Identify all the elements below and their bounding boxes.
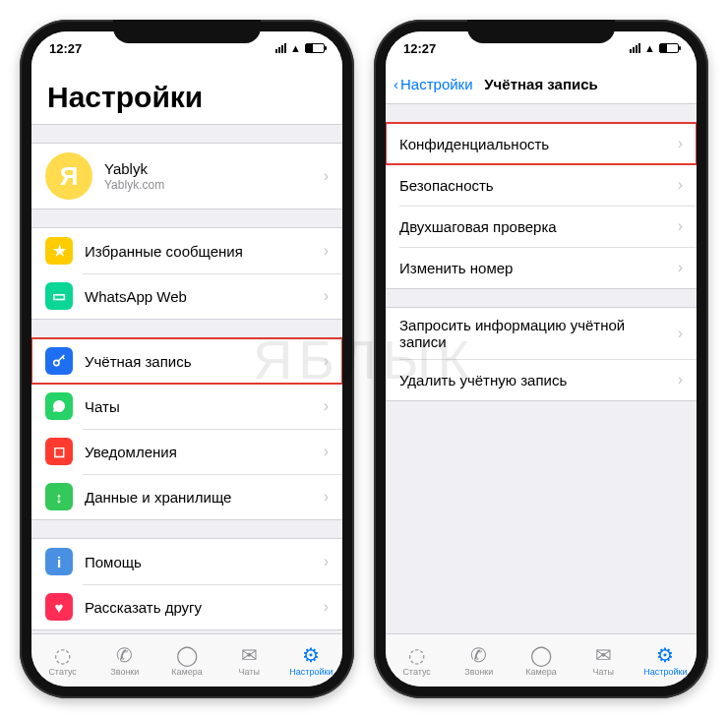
chat-icon (45, 392, 73, 420)
svg-point-0 (54, 360, 59, 365)
battery-icon (659, 43, 679, 53)
camera-icon: ◯ (176, 645, 198, 665)
row-change-number[interactable]: Изменить номер › (386, 247, 697, 288)
nav-title: Учётная запись (484, 76, 598, 92)
bell-icon: ◻ (45, 438, 73, 465)
notch (113, 20, 261, 43)
status-icons: ▲ (630, 42, 679, 54)
gear-icon: ⚙ (302, 645, 320, 665)
profile-name: Yablyk (104, 160, 312, 177)
key-icon (45, 347, 73, 375)
group-a1: Конфиденциальность › Безопасность › Двух… (386, 122, 697, 289)
chevron-right-icon: › (324, 287, 329, 305)
chevron-right-icon: › (678, 259, 683, 276)
gear-icon: ⚙ (656, 645, 674, 665)
heart-icon: ♥ (45, 593, 73, 621)
tab-camera[interactable]: ◯Камера (510, 634, 572, 687)
chevron-right-icon: › (678, 325, 683, 342)
chevron-right-icon: › (678, 135, 683, 152)
row-data[interactable]: ↕ Данные и хранилище › (31, 474, 342, 519)
status-time: 12:27 (49, 41, 82, 56)
chevron-right-icon: › (324, 443, 329, 460)
status-icons: ▲ (275, 42, 325, 54)
row-privacy[interactable]: Конфиденциальность › (386, 123, 697, 164)
chevron-right-icon: › (324, 167, 329, 185)
phone-left: 12:27 ▲ Настройки Я Yablyk Yablyk.com (20, 20, 354, 698)
chevron-right-icon: › (678, 371, 683, 388)
row-chats[interactable]: Чаты › (31, 384, 342, 429)
row-help[interactable]: i Помощь › (31, 539, 342, 584)
group-profile: Я Yablyk Yablyk.com › (31, 143, 342, 209)
phone-icon: ✆ (470, 645, 487, 665)
star-icon: ★ (45, 237, 73, 265)
notch (467, 20, 615, 43)
tab-chats[interactable]: ✉Чаты (218, 634, 280, 687)
tab-bar: ◌Статус ✆Звонки ◯Камера ✉Чаты ⚙Настройки (386, 633, 697, 687)
row-security[interactable]: Безопасность › (386, 164, 697, 206)
account-content[interactable]: Конфиденциальность › Безопасность › Двух… (386, 104, 697, 633)
row-notifications[interactable]: ◻ Уведомления › (31, 429, 342, 474)
chevron-right-icon: › (324, 553, 329, 570)
chevron-right-icon: › (324, 488, 329, 506)
row-tell-friend[interactable]: ♥ Рассказать другу › (31, 584, 342, 629)
camera-icon: ◯ (530, 645, 552, 665)
row-starred[interactable]: ★ Избранные сообщения › (31, 228, 342, 273)
row-request-info[interactable]: Запросить информацию учётной записи › (386, 308, 697, 359)
nav-bar: ‹ Настройки Учётная запись (386, 65, 697, 104)
signal-icon (630, 43, 640, 53)
tab-camera[interactable]: ◯Камера (155, 634, 217, 687)
tab-bar: ◌Статус ✆Звонки ◯Камера ✉Чаты ⚙Настройки (31, 633, 342, 687)
tab-status[interactable]: ◌Статус (31, 634, 93, 687)
group-a2: Запросить информацию учётной записи › Уд… (386, 307, 697, 401)
group-3: i Помощь › ♥ Рассказать другу › (31, 538, 342, 630)
desktop-icon: ▭ (45, 282, 73, 310)
wifi-icon: ▲ (644, 42, 655, 54)
group-1: ★ Избранные сообщения › ▭ WhatsApp Web › (31, 227, 342, 320)
tab-settings[interactable]: ⚙Настройки (635, 634, 697, 687)
group-2: Учётная запись › Чаты › ◻ Уведомления › (31, 337, 342, 520)
chevron-right-icon: › (324, 352, 329, 370)
status-icon: ◌ (54, 645, 71, 665)
chevron-right-icon: › (678, 217, 683, 235)
arrows-icon: ↕ (45, 483, 73, 510)
avatar: Я (45, 152, 92, 200)
row-twostep[interactable]: Двухшаговая проверка › (386, 206, 697, 247)
chats-icon: ✉ (595, 645, 612, 665)
chevron-right-icon: › (324, 242, 329, 260)
tab-settings[interactable]: ⚙Настройки (280, 634, 342, 687)
tab-chats[interactable]: ✉Чаты (573, 634, 635, 687)
status-time: 12:27 (403, 41, 436, 56)
phone-right: 12:27 ▲ ‹ Настройки Учётная запись Конфи… (374, 20, 708, 698)
chevron-right-icon: › (678, 176, 683, 194)
page-title: Настройки (31, 65, 342, 125)
back-button[interactable]: ‹ Настройки (394, 76, 473, 92)
battery-icon (305, 43, 325, 53)
screen-settings: 12:27 ▲ Настройки Я Yablyk Yablyk.com (31, 31, 342, 687)
screen-account: 12:27 ▲ ‹ Настройки Учётная запись Конфи… (386, 31, 697, 687)
wifi-icon: ▲ (290, 42, 301, 54)
row-account[interactable]: Учётная запись › (31, 338, 342, 384)
settings-content[interactable]: Настройки Я Yablyk Yablyk.com › ★ Из (31, 65, 342, 633)
tab-calls[interactable]: ✆Звонки (448, 634, 510, 687)
profile-row[interactable]: Я Yablyk Yablyk.com › (31, 144, 342, 209)
tab-status[interactable]: ◌Статус (386, 634, 448, 687)
tab-calls[interactable]: ✆Звонки (93, 634, 155, 687)
chats-icon: ✉ (241, 645, 258, 665)
phone-icon: ✆ (116, 645, 133, 665)
chevron-right-icon: › (324, 397, 329, 415)
info-icon: i (45, 548, 73, 575)
row-delete-account[interactable]: Удалить учётную запись › (386, 359, 697, 400)
chevron-right-icon: › (324, 598, 329, 616)
chevron-left-icon: ‹ (394, 76, 398, 92)
status-icon: ◌ (408, 645, 425, 665)
row-whatsapp-web[interactable]: ▭ WhatsApp Web › (31, 273, 342, 319)
profile-sub: Yablyk.com (104, 178, 312, 192)
signal-icon (275, 43, 286, 53)
